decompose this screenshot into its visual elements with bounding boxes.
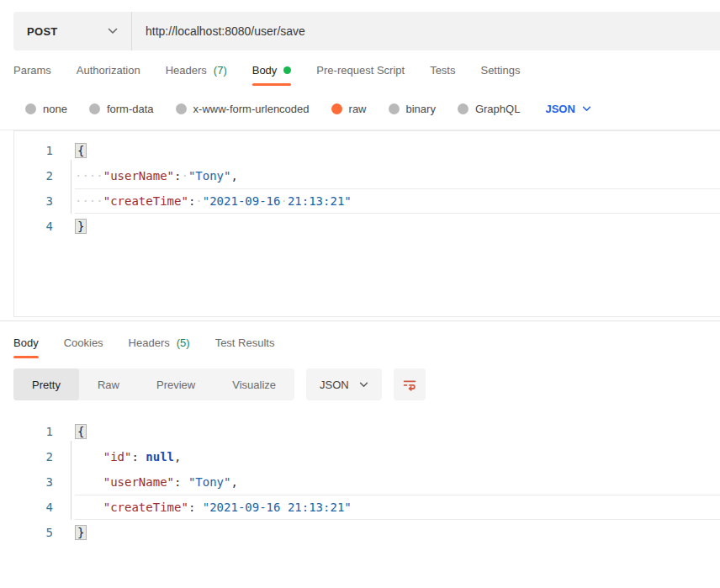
mode-form-data[interactable]: form-data	[89, 103, 154, 115]
radio-icon	[389, 103, 400, 114]
mode-x-www-form-urlencoded[interactable]: x-www-form-urlencoded	[176, 103, 310, 115]
code-text: }	[75, 520, 720, 545]
radio-selected-icon	[331, 103, 342, 114]
line-number: 4	[14, 214, 53, 239]
radio-icon	[89, 103, 100, 114]
method-label: POST	[27, 25, 58, 38]
radio-icon	[176, 103, 187, 114]
view-preview[interactable]: Preview	[138, 368, 214, 400]
line-number: 2	[14, 163, 53, 188]
method-selector[interactable]: POST	[13, 12, 131, 50]
chevron-down-icon	[582, 106, 591, 112]
code-line: 4}	[14, 214, 720, 239]
mode-graphql[interactable]: GraphQL	[458, 103, 520, 115]
indent-guide	[71, 441, 71, 520]
resp-tab-body[interactable]: Body	[13, 333, 39, 358]
tab-headers[interactable]: Headers(7)	[166, 61, 227, 86]
postman-request-view: POST Params Authorization Headers(7) Bod…	[0, 0, 720, 588]
raw-type-select[interactable]: JSON	[545, 103, 590, 115]
code-text: {	[75, 419, 720, 444]
mode-binary[interactable]: binary	[389, 103, 436, 115]
line-number: 3	[0, 469, 53, 495]
code-line: 3 "userName": "Tony",	[0, 469, 720, 495]
line-number: 2	[0, 444, 53, 469]
code-text: "createTime": "2021-09-16 21:13:21"	[75, 495, 720, 520]
code-text: ····"createTime":·"2021-09-16·21:13:21"	[75, 188, 720, 214]
headers-count: (7)	[214, 64, 227, 77]
code-line: 2 "id": null,	[0, 444, 720, 469]
code-line: 2····"userName":·"Tony",	[14, 163, 720, 188]
tab-body[interactable]: Body	[252, 61, 292, 86]
url-input[interactable]	[132, 12, 720, 50]
body-mode-row: none form-data x-www-form-urlencoded raw…	[25, 94, 720, 123]
response-toolbar: Pretty Raw Preview Visualize JSON	[13, 368, 720, 400]
line-number: 1	[14, 138, 53, 163]
view-switcher: Pretty Raw Preview Visualize	[13, 368, 294, 400]
radio-icon	[25, 103, 36, 114]
code-text: ····"userName":·"Tony",	[75, 163, 720, 188]
resp-tab-cookies[interactable]: Cookies	[64, 333, 103, 358]
code-line: 1{	[14, 138, 720, 163]
tab-authorization[interactable]: Authorization	[77, 61, 140, 86]
tab-params[interactable]: Params	[13, 61, 51, 86]
response-format-select[interactable]: JSON	[306, 368, 382, 400]
response-tabs: Body Cookies Headers(5) Test Results	[13, 333, 720, 358]
pane-divider[interactable]	[0, 320, 720, 321]
wrap-lines-button[interactable]	[394, 368, 426, 400]
resp-tab-headers[interactable]: Headers(5)	[129, 333, 190, 358]
wrap-lines-icon	[401, 376, 418, 393]
mode-raw[interactable]: raw	[331, 103, 367, 115]
code-line: 5}	[0, 520, 720, 545]
radio-icon	[458, 103, 469, 114]
code-text: "userName": "Tony",	[75, 469, 720, 495]
indent-guide	[71, 160, 71, 214]
mode-none[interactable]: none	[25, 103, 67, 115]
resp-tab-test-results[interactable]: Test Results	[215, 333, 275, 358]
body-filled-dot-icon	[283, 66, 291, 74]
line-number: 3	[14, 188, 53, 214]
code-line: 1{	[0, 419, 720, 444]
view-visualize[interactable]: Visualize	[214, 368, 294, 400]
tab-tests[interactable]: Tests	[430, 61, 455, 86]
request-body-editor[interactable]: 1{2····"userName":·"Tony",3····"createTi…	[13, 130, 720, 317]
code-text: {	[75, 138, 720, 163]
line-number: 1	[0, 419, 53, 444]
tab-settings[interactable]: Settings	[480, 61, 520, 86]
chevron-down-icon	[108, 28, 118, 34]
request-tabs: Params Authorization Headers(7) Body Pre…	[13, 61, 720, 86]
tab-pre-request-script[interactable]: Pre-request Script	[316, 61, 405, 86]
view-raw[interactable]: Raw	[79, 368, 138, 400]
response-body-editor[interactable]: 1{2 "id": null,3 "userName": "Tony",4 "c…	[0, 412, 720, 580]
line-number: 5	[0, 520, 53, 545]
chevron-down-icon	[359, 382, 368, 388]
view-pretty[interactable]: Pretty	[13, 368, 79, 400]
resp-headers-count: (5)	[177, 336, 190, 349]
request-url-bar: POST	[13, 12, 720, 50]
code-text: "id": null,	[75, 444, 720, 469]
line-number: 4	[0, 495, 53, 520]
code-line: 3····"createTime":·"2021-09-16·21:13:21"	[14, 188, 720, 214]
code-line: 4 "createTime": "2021-09-16 21:13:21"	[0, 495, 720, 520]
code-text: }	[75, 214, 720, 239]
